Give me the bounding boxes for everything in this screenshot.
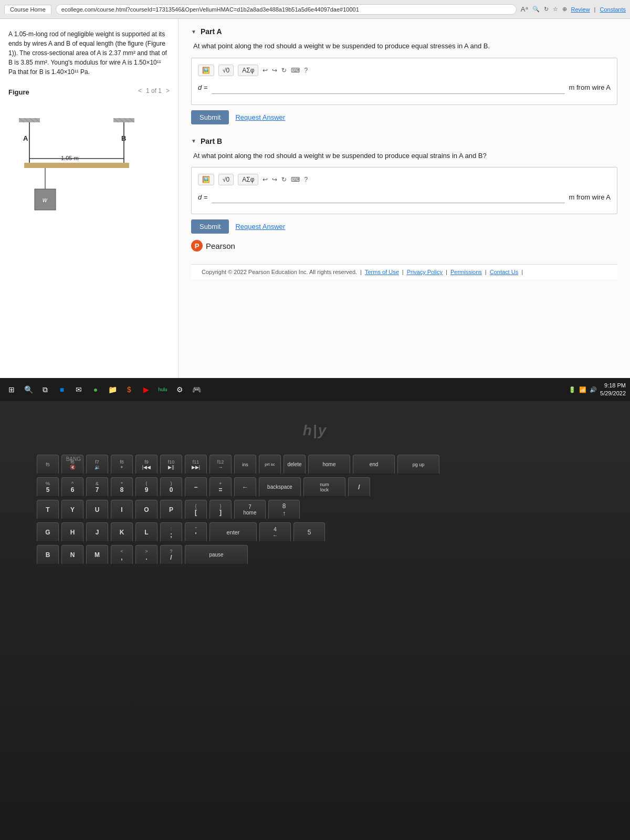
- key-percent-5[interactable]: %5: [37, 477, 59, 497]
- extensions-icon[interactable]: ⊕: [562, 6, 567, 13]
- key-numpad-8[interactable]: 8↑: [268, 500, 300, 520]
- part-b-header[interactable]: ▼ Part B: [191, 137, 617, 145]
- toolbar-help-icon[interactable]: ?: [304, 67, 308, 74]
- key-caret-6[interactable]: ^6: [61, 477, 83, 497]
- prev-figure[interactable]: <: [138, 87, 142, 94]
- key-pgup[interactable]: pg up: [397, 455, 439, 475]
- toolbar-symbol-btn[interactable]: AΣφ: [238, 65, 258, 76]
- star-icon[interactable]: ☆: [553, 6, 558, 13]
- key-left-arrow[interactable]: ←: [234, 477, 256, 497]
- key-rbrace[interactable]: }]: [209, 500, 232, 520]
- key-k[interactable]: K: [111, 522, 133, 542]
- game-icon[interactable]: 🎮: [189, 382, 204, 397]
- key-rparen-0[interactable]: )0: [160, 477, 182, 497]
- search-taskbar-icon[interactable]: 🔍: [21, 382, 36, 397]
- toolbar-math-btn[interactable]: √0: [218, 65, 234, 76]
- key-lparen-9[interactable]: (9: [135, 477, 158, 497]
- part-b-answer-input[interactable]: [212, 191, 564, 203]
- key-f11[interactable]: f11▶▶|: [185, 455, 207, 475]
- key-l[interactable]: L: [135, 522, 158, 542]
- course-home-tab[interactable]: Course Home: [4, 5, 51, 14]
- key-minus[interactable]: −: [185, 477, 207, 497]
- key-f10[interactable]: f10▶||: [160, 455, 182, 475]
- toolbar-redo-icon[interactable]: ↪: [272, 67, 277, 74]
- part-b-toolbar-redo-icon[interactable]: ↪: [272, 176, 277, 183]
- terms-link[interactable]: Terms of Use: [365, 269, 399, 275]
- key-h[interactable]: H: [61, 522, 83, 542]
- taskview-icon[interactable]: ⧉: [38, 382, 52, 397]
- key-amp-7[interactable]: &7: [86, 477, 108, 497]
- toolbar-image-btn[interactable]: 🖼️: [198, 65, 214, 76]
- toolbar-undo-icon[interactable]: ↩: [262, 67, 268, 74]
- key-gt[interactable]: >.: [135, 545, 158, 565]
- key-numpad-4[interactable]: 4←: [259, 522, 291, 542]
- review-link[interactable]: Review: [571, 6, 590, 13]
- key-b[interactable]: B: [37, 545, 59, 565]
- key-home[interactable]: home: [308, 455, 350, 475]
- key-f9[interactable]: f9|◀◀: [135, 455, 158, 475]
- key-numpad-5[interactable]: 5: [293, 522, 325, 542]
- key-f8[interactable]: f8+: [111, 455, 133, 475]
- key-ins[interactable]: ins: [234, 455, 256, 475]
- part-a-request-link[interactable]: Request Answer: [235, 113, 285, 121]
- key-u[interactable]: U: [86, 500, 108, 520]
- key-j[interactable]: J: [86, 522, 108, 542]
- part-b-toolbar-undo-icon[interactable]: ↩: [262, 176, 268, 183]
- key-end[interactable]: end: [353, 455, 395, 475]
- windows-icon[interactable]: ⊞: [4, 382, 19, 397]
- key-pause[interactable]: pause: [185, 545, 248, 565]
- key-i[interactable]: I: [111, 500, 133, 520]
- constants-link[interactable]: Constants: [600, 6, 626, 13]
- key-equals[interactable]: +=: [209, 477, 232, 497]
- store-icon[interactable]: ■: [55, 382, 69, 397]
- part-a-submit-button[interactable]: Submit: [191, 110, 229, 124]
- key-y[interactable]: Y: [61, 500, 83, 520]
- part-b-toolbar-help-icon[interactable]: ?: [304, 176, 308, 183]
- key-quote[interactable]: "': [185, 522, 207, 542]
- key-numpad-slash[interactable]: /: [348, 477, 370, 497]
- next-figure[interactable]: >: [166, 87, 170, 94]
- key-n[interactable]: N: [61, 545, 83, 565]
- key-f12[interactable]: f12→: [209, 455, 232, 475]
- key-lbrace[interactable]: {[: [185, 500, 207, 520]
- url-bar[interactable]: ecollege.com/course.html?courseId=173135…: [56, 4, 517, 15]
- key-o[interactable]: O: [135, 500, 158, 520]
- key-prtsc[interactable]: prt sc: [259, 455, 281, 475]
- files-icon[interactable]: 📁: [105, 382, 120, 397]
- toolbar-keyboard-icon[interactable]: ⌨: [291, 67, 300, 74]
- key-m[interactable]: M: [86, 545, 108, 565]
- key-backspace[interactable]: backspace: [259, 477, 301, 497]
- refresh-icon[interactable]: ↻: [544, 6, 549, 13]
- hulu-icon[interactable]: hulu: [155, 382, 170, 397]
- part-b-toolbar-math-btn[interactable]: √0: [218, 174, 234, 185]
- key-delete[interactable]: delete: [284, 455, 306, 475]
- key-f6[interactable]: f6 🔇 BANG: [61, 455, 83, 475]
- part-b-submit-button[interactable]: Submit: [191, 219, 229, 234]
- toolbar-refresh-icon[interactable]: ↻: [281, 67, 287, 74]
- key-f7[interactable]: f7🔉: [86, 455, 108, 475]
- privacy-link[interactable]: Privacy Policy: [407, 269, 443, 275]
- part-a-header[interactable]: ▼ Part A: [191, 27, 617, 36]
- key-p[interactable]: P: [160, 500, 182, 520]
- winamp-icon[interactable]: $: [122, 382, 136, 397]
- part-b-toolbar-keyboard-icon[interactable]: ⌨: [291, 176, 300, 183]
- youtube-icon[interactable]: ▶: [139, 382, 153, 397]
- key-enter[interactable]: enter: [209, 522, 257, 542]
- part-b-toolbar-image-btn[interactable]: 🖼️: [198, 174, 214, 185]
- key-lt[interactable]: <,: [111, 545, 133, 565]
- key-star-8[interactable]: *8: [111, 477, 133, 497]
- part-a-answer-input[interactable]: [212, 81, 564, 94]
- key-question[interactable]: ?/: [160, 545, 182, 565]
- permissions-link[interactable]: Permissions: [450, 269, 482, 275]
- part-b-request-link[interactable]: Request Answer: [235, 223, 285, 230]
- search-icon[interactable]: 🔍: [532, 6, 540, 13]
- mail-icon[interactable]: ✉: [71, 382, 86, 397]
- key-numlock[interactable]: numlock: [303, 477, 345, 497]
- part-b-toolbar-symbol-btn[interactable]: AΣφ: [238, 174, 258, 185]
- key-t[interactable]: T: [37, 500, 59, 520]
- key-numpad-7[interactable]: 7home: [234, 500, 266, 520]
- chrome-icon[interactable]: ●: [88, 382, 103, 397]
- contact-link[interactable]: Contact Us: [490, 269, 518, 275]
- settings-icon[interactable]: ⚙: [172, 382, 187, 397]
- key-colon[interactable]: :;: [160, 522, 182, 542]
